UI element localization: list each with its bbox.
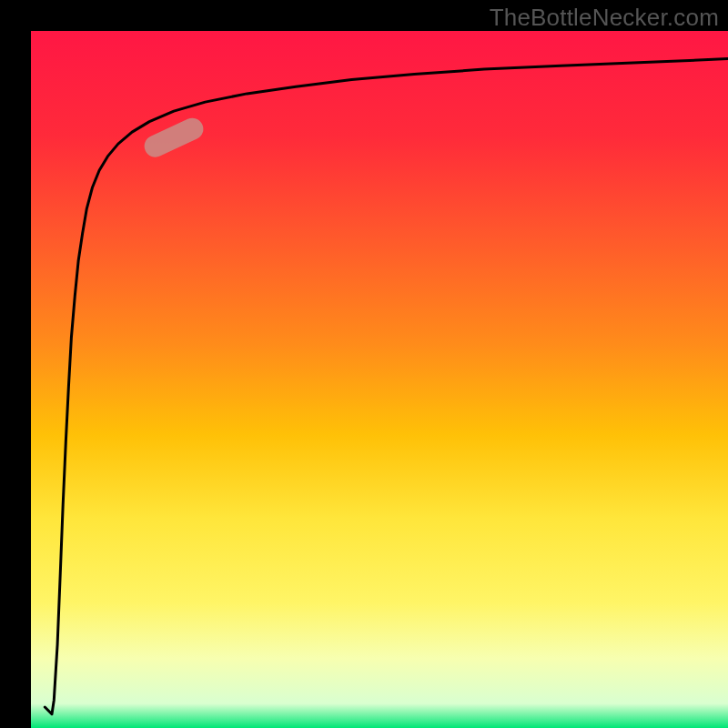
plot-background-gradient <box>31 31 728 728</box>
chart-container: TheBottleNecker.com <box>0 0 728 728</box>
bottleneck-plot <box>0 0 728 728</box>
attribution-watermark: TheBottleNecker.com <box>490 4 719 32</box>
plot-frame-left <box>0 0 31 728</box>
